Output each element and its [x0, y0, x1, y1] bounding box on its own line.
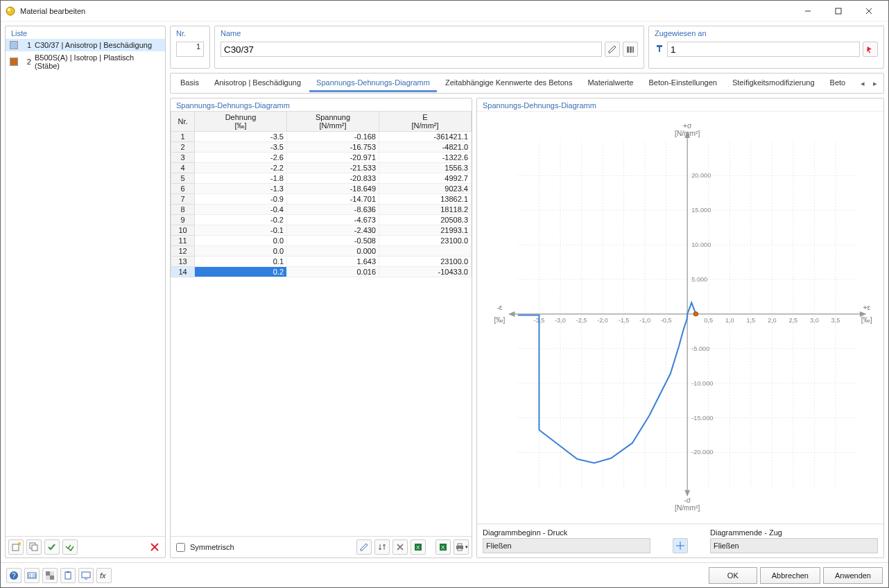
- cell-e[interactable]: -361421.1: [379, 132, 472, 142]
- table-row[interactable]: 7 -0.9 -14.701 13862.1: [171, 194, 472, 205]
- cell-e[interactable]: 1556.3: [379, 163, 472, 173]
- table-row[interactable]: 14 0.2 0.016 -10433.0: [171, 267, 472, 277]
- cell-e[interactable]: 23100.0: [379, 236, 472, 246]
- help-icon[interactable]: ?: [6, 568, 21, 583]
- cell-e[interactable]: 21993.1: [379, 225, 472, 236]
- ok-button[interactable]: OK: [709, 567, 757, 584]
- edit-row-icon[interactable]: [356, 539, 372, 555]
- cell-e[interactable]: [379, 246, 472, 257]
- cell-spannung[interactable]: -20.833: [287, 173, 379, 184]
- table-row[interactable]: 9 -0.2 -4.673 20508.3: [171, 215, 472, 225]
- tab[interactable]: Beton-Einstellungen: [641, 75, 723, 92]
- units-icon[interactable]: 0,00: [24, 568, 40, 583]
- function-icon[interactable]: fx: [96, 568, 112, 583]
- cell-dehnung[interactable]: -0.9: [195, 194, 287, 205]
- cell-dehnung[interactable]: -0.1: [195, 225, 287, 236]
- diag-start-value[interactable]: Fließen: [483, 538, 650, 553]
- pick-icon[interactable]: [863, 42, 878, 57]
- cell-e[interactable]: -1322.6: [379, 153, 472, 163]
- tab[interactable]: Materialwerte: [580, 75, 640, 92]
- symmetric-check-input[interactable]: [176, 543, 185, 552]
- tab[interactable]: Zeitabhängige Kennwerte des Betons: [438, 75, 579, 92]
- cell-dehnung[interactable]: 0.0: [195, 246, 287, 257]
- cell-dehnung[interactable]: -0.2: [195, 215, 287, 225]
- cell-dehnung[interactable]: 0.1: [195, 257, 287, 267]
- nr-input[interactable]: 1: [176, 42, 204, 57]
- tab-scroll-right-icon[interactable]: ▸: [870, 79, 881, 88]
- cell-dehnung[interactable]: -1.8: [195, 173, 287, 184]
- table-row[interactable]: 12 0.0 0.000: [171, 246, 472, 257]
- table-row[interactable]: 11 0.0 -0.508 23100.0: [171, 236, 472, 246]
- cell-dehnung[interactable]: -2.2: [195, 163, 287, 173]
- diagram-settings-icon[interactable]: [673, 538, 688, 553]
- tab-scroll-left-icon[interactable]: ◂: [857, 79, 868, 88]
- cell-dehnung[interactable]: -2.6: [195, 153, 287, 163]
- name-input[interactable]: [221, 42, 602, 57]
- table-row[interactable]: 1 -3.5 -0.168 -361421.1: [171, 132, 472, 142]
- cell-e[interactable]: -4821.0: [379, 142, 472, 153]
- diag-end-value[interactable]: Fließen: [710, 538, 878, 553]
- cell-spannung[interactable]: -0.508: [287, 236, 379, 246]
- chart-area[interactable]: -3,5-3,0-2,5-2,0-1,5-1,0-0,50,51,01,52,0…: [477, 111, 883, 524]
- table-row[interactable]: 13 0.1 1.643 23100.0: [171, 257, 472, 267]
- table-row[interactable]: 6 -1.3 -18.649 9023.4: [171, 184, 472, 194]
- assigned-input[interactable]: [667, 42, 860, 57]
- cell-spannung[interactable]: 0.016: [287, 267, 379, 277]
- check-single-icon[interactable]: [44, 539, 60, 555]
- maximize-button[interactable]: [823, 1, 854, 21]
- tab[interactable]: Basis: [173, 75, 206, 92]
- cell-spannung[interactable]: -4.673: [287, 215, 379, 225]
- clipboard-icon[interactable]: [60, 568, 76, 583]
- table-row[interactable]: 4 -2.2 -21.533 1556.3: [171, 163, 472, 173]
- sort-icon[interactable]: [374, 539, 390, 555]
- table-row[interactable]: 2 -3.5 -16.753 -4821.0: [171, 142, 472, 153]
- tab[interactable]: Steifigkeitsmodifizierung: [725, 75, 822, 92]
- tab[interactable]: Spannungs-Dehnungs-Diagramm: [309, 75, 437, 92]
- cell-spannung[interactable]: -0.168: [287, 132, 379, 142]
- import-excel-icon[interactable]: X: [411, 539, 426, 555]
- edit-name-icon[interactable]: [605, 42, 620, 57]
- cell-e[interactable]: 4992.7: [379, 173, 472, 184]
- cancel-button[interactable]: Abbrechen: [760, 567, 820, 584]
- table-row[interactable]: 3 -2.6 -20.971 -1322.6: [171, 153, 472, 163]
- color-icon[interactable]: [42, 568, 58, 583]
- cell-e[interactable]: 9023.4: [379, 184, 472, 194]
- delete-icon[interactable]: [147, 539, 162, 555]
- material-list[interactable]: 1 C30/37 | Anisotrop | Beschädigung 2 B5…: [6, 39, 165, 536]
- cell-dehnung[interactable]: -0.4: [195, 205, 287, 215]
- table-row[interactable]: 5 -1.8 -20.833 4992.7: [171, 173, 472, 184]
- cell-spannung[interactable]: 0.000: [287, 246, 379, 257]
- cell-spannung[interactable]: -16.753: [287, 142, 379, 153]
- cell-e[interactable]: 23100.0: [379, 257, 472, 267]
- check-all-icon[interactable]: [62, 539, 78, 555]
- display-icon[interactable]: [78, 568, 94, 583]
- close-button[interactable]: [854, 1, 884, 21]
- cell-spannung[interactable]: -21.533: [287, 163, 379, 173]
- material-list-item[interactable]: 1 C30/37 | Anisotrop | Beschädigung: [6, 39, 165, 51]
- cell-e[interactable]: 20508.3: [379, 215, 472, 225]
- cell-spannung[interactable]: -2.430: [287, 225, 379, 236]
- library-icon[interactable]: [623, 42, 638, 57]
- cell-spannung[interactable]: -8.636: [287, 205, 379, 215]
- export-excel-icon[interactable]: X: [435, 539, 451, 555]
- print-icon[interactable]: ▾: [454, 539, 469, 555]
- cell-dehnung[interactable]: -3.5: [195, 132, 287, 142]
- cell-spannung[interactable]: -18.649: [287, 184, 379, 194]
- copy-icon[interactable]: [26, 539, 42, 555]
- cell-e[interactable]: 18118.2: [379, 205, 472, 215]
- cell-dehnung[interactable]: 0.2: [195, 267, 287, 277]
- stress-strain-table[interactable]: Nr. Dehnung[‰] Spannung[N/mm²] E[N/mm²] …: [171, 111, 472, 277]
- new-icon[interactable]: [8, 539, 24, 555]
- table-row[interactable]: 10 -0.1 -2.430 21993.1: [171, 225, 472, 236]
- symmetric-checkbox[interactable]: Symmetrisch: [173, 541, 234, 554]
- apply-button[interactable]: Anwenden: [823, 567, 883, 584]
- tab[interactable]: Anisotrop | Beschädigung: [207, 75, 308, 92]
- table-row[interactable]: 8 -0.4 -8.636 18118.2: [171, 205, 472, 215]
- cell-spannung[interactable]: -14.701: [287, 194, 379, 205]
- cell-dehnung[interactable]: 0.0: [195, 236, 287, 246]
- delete-row-icon[interactable]: [392, 539, 408, 555]
- material-list-item[interactable]: 2 B500S(A) | Isotrop | Plastisch (Stäbe): [6, 51, 165, 72]
- tab[interactable]: Beto: [823, 75, 853, 92]
- cell-dehnung[interactable]: -1.3: [195, 184, 287, 194]
- cell-dehnung[interactable]: -3.5: [195, 142, 287, 153]
